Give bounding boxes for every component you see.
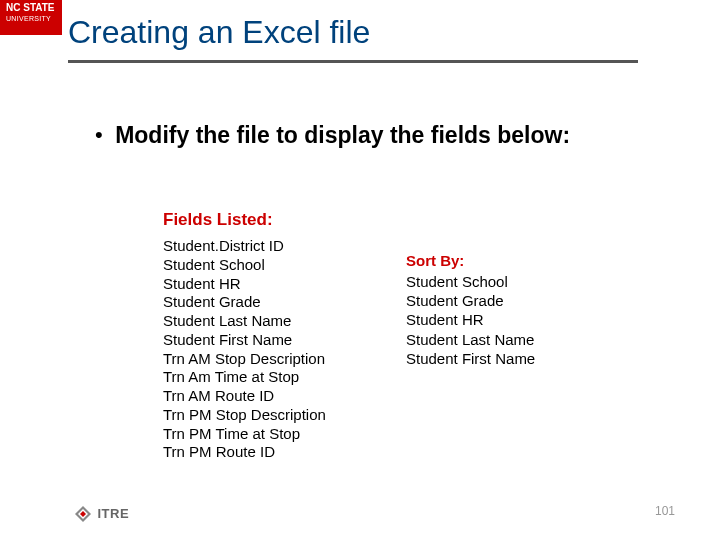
list-item: Trn PM Stop Description (163, 406, 326, 425)
list-item: Student First Name (163, 331, 326, 350)
list-item: Trn AM Route ID (163, 387, 326, 406)
footer-logo-text: ITRE (97, 506, 129, 521)
brand-line2: UNIVERSITY (6, 15, 51, 22)
bullet-1: • Modify the file to display the fields … (95, 122, 570, 149)
slide: NC STATE UNIVERSITY Creating an Excel fi… (0, 0, 720, 540)
itre-icon (75, 506, 91, 522)
title-divider (68, 60, 638, 63)
list-item: Student HR (163, 275, 326, 294)
fields-heading: Fields Listed: (163, 210, 273, 230)
list-item: Student Grade (163, 293, 326, 312)
list-item: Trn PM Time at Stop (163, 425, 326, 444)
list-item: Student School (163, 256, 326, 275)
brand-line1: NC STATE (6, 3, 55, 13)
page-title: Creating an Excel file (68, 14, 370, 51)
brand-badge: NC STATE UNIVERSITY (0, 0, 62, 35)
page-number: 101 (655, 504, 675, 518)
list-item: Student Last Name (406, 330, 535, 349)
sort-list: Student School Student Grade Student HR … (406, 272, 535, 368)
list-item: Student Grade (406, 291, 535, 310)
bullet-marker: • (95, 122, 103, 148)
list-item: Student School (406, 272, 535, 291)
footer-logo: ITRE (75, 504, 129, 522)
bullet-text: Modify the file to display the fields be… (115, 122, 570, 149)
list-item: Trn PM Route ID (163, 443, 326, 462)
list-item: Student First Name (406, 349, 535, 368)
list-item: Trn AM Stop Description (163, 350, 326, 369)
list-item: Trn Am Time at Stop (163, 368, 326, 387)
list-item: Student HR (406, 310, 535, 329)
fields-list: Student.District ID Student School Stude… (163, 237, 326, 462)
list-item: Student.District ID (163, 237, 326, 256)
list-item: Student Last Name (163, 312, 326, 331)
sort-heading: Sort By: (406, 252, 464, 269)
